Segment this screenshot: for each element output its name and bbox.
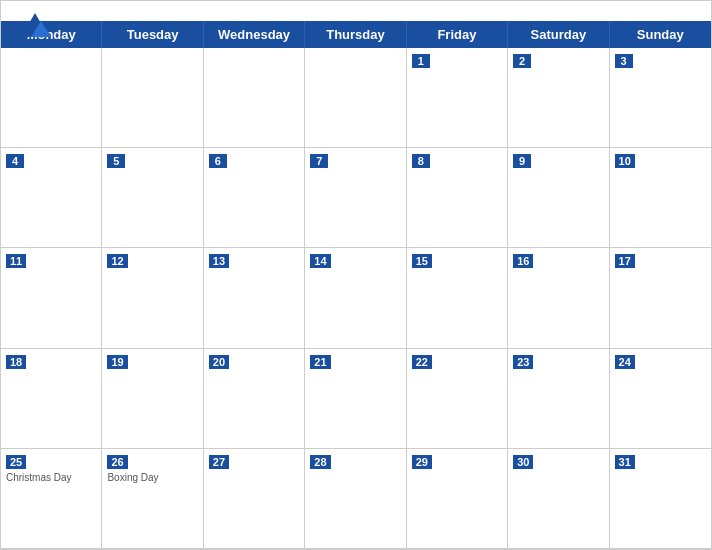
cell-date-number: 8: [412, 154, 430, 168]
cell-date-number: 7: [310, 154, 328, 168]
calendar-cell: 13: [204, 248, 305, 348]
cell-date-number: 15: [412, 254, 432, 268]
calendar-cell: 31: [610, 449, 711, 549]
cell-date-number: 13: [209, 254, 229, 268]
day-header-thursday: Thursday: [305, 21, 406, 48]
calendar-cell: 10: [610, 148, 711, 248]
cell-date-number: 20: [209, 355, 229, 369]
cell-date-number: 23: [513, 355, 533, 369]
logo: [17, 9, 55, 45]
calendar-cell: 6: [204, 148, 305, 248]
cell-date-number: 10: [615, 154, 635, 168]
day-header-tuesday: Tuesday: [102, 21, 203, 48]
calendar-cell: [305, 48, 406, 148]
calendar-cell: 1: [407, 48, 508, 148]
calendar-cell: 24: [610, 349, 711, 449]
calendar-header: [1, 1, 711, 21]
cell-date-number: 2: [513, 54, 531, 68]
calendar-cell: 20: [204, 349, 305, 449]
calendar-cell: 27: [204, 449, 305, 549]
calendar-cell: 8: [407, 148, 508, 248]
calendar-cell: 23: [508, 349, 609, 449]
cell-date-number: 26: [107, 455, 127, 469]
calendar-cell: 14: [305, 248, 406, 348]
cell-date-number: 11: [6, 254, 26, 268]
calendar-cell: 19: [102, 349, 203, 449]
cell-date-number: 27: [209, 455, 229, 469]
calendar-cell: 21: [305, 349, 406, 449]
cell-date-number: 6: [209, 154, 227, 168]
cell-date-number: 21: [310, 355, 330, 369]
cell-date-number: 30: [513, 455, 533, 469]
calendar-cell: 16: [508, 248, 609, 348]
calendar-cell: 17: [610, 248, 711, 348]
calendar-cell: 3: [610, 48, 711, 148]
logo-mountain-icon: [17, 9, 53, 45]
day-header-sunday: Sunday: [610, 21, 711, 48]
calendar-cell: 25Christmas Day: [1, 449, 102, 549]
calendar-cell: 12: [102, 248, 203, 348]
cell-date-number: 24: [615, 355, 635, 369]
cell-holiday-label: Christmas Day: [6, 472, 96, 483]
cell-date-number: 16: [513, 254, 533, 268]
calendar-cell: 30: [508, 449, 609, 549]
cell-date-number: 9: [513, 154, 531, 168]
calendar-cell: [102, 48, 203, 148]
day-header-friday: Friday: [407, 21, 508, 48]
calendar: MondayTuesdayWednesdayThursdayFridaySatu…: [0, 0, 712, 550]
day-header-wednesday: Wednesday: [204, 21, 305, 48]
calendar-cell: 4: [1, 148, 102, 248]
cell-date-number: 25: [6, 455, 26, 469]
cell-date-number: 22: [412, 355, 432, 369]
calendar-grid: 1234567891011121314151617181920212223242…: [1, 48, 711, 549]
calendar-cell: 9: [508, 148, 609, 248]
calendar-cell: 29: [407, 449, 508, 549]
cell-date-number: 29: [412, 455, 432, 469]
calendar-cell: 2: [508, 48, 609, 148]
cell-date-number: 17: [615, 254, 635, 268]
cell-date-number: 4: [6, 154, 24, 168]
calendar-cell: 28: [305, 449, 406, 549]
days-header: MondayTuesdayWednesdayThursdayFridaySatu…: [1, 21, 711, 48]
cell-date-number: 28: [310, 455, 330, 469]
calendar-cell: 11: [1, 248, 102, 348]
day-header-saturday: Saturday: [508, 21, 609, 48]
cell-date-number: 14: [310, 254, 330, 268]
calendar-cell: 18: [1, 349, 102, 449]
cell-date-number: 1: [412, 54, 430, 68]
cell-date-number: 3: [615, 54, 633, 68]
cell-date-number: 18: [6, 355, 26, 369]
calendar-cell: 15: [407, 248, 508, 348]
calendar-cell: [204, 48, 305, 148]
calendar-cell: 5: [102, 148, 203, 248]
cell-holiday-label: Boxing Day: [107, 472, 197, 483]
cell-date-number: 12: [107, 254, 127, 268]
calendar-cell: 7: [305, 148, 406, 248]
cell-date-number: 31: [615, 455, 635, 469]
calendar-cell: [1, 48, 102, 148]
cell-date-number: 5: [107, 154, 125, 168]
calendar-cell: 22: [407, 349, 508, 449]
cell-date-number: 19: [107, 355, 127, 369]
calendar-cell: 26Boxing Day: [102, 449, 203, 549]
